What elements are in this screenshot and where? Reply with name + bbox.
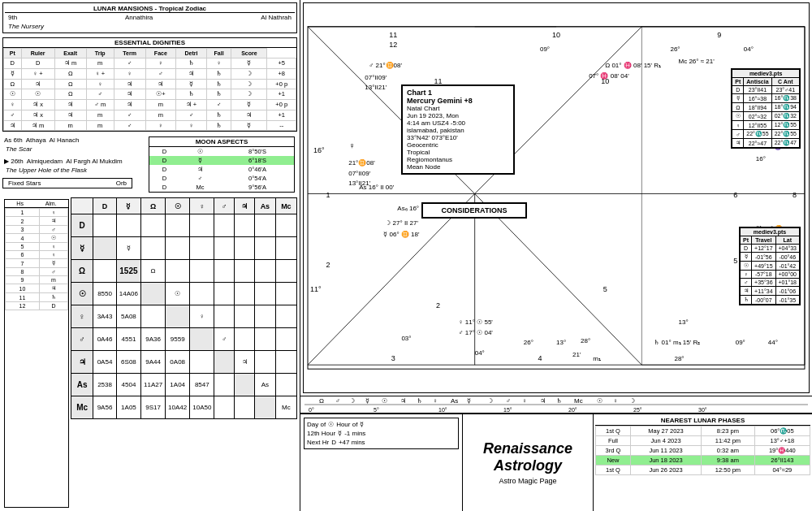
ed-cell: m [86,110,114,120]
grid-cell [214,214,235,237]
fs-ma-section: As 6th Athaya Al Hanach The Scar ▶ 26th … [2,135,297,194]
svg-text:16°: 16° [756,155,766,162]
grid-header: ☉ [166,198,190,214]
ed-cell: ♃ [145,79,176,89]
grid-cell [275,328,296,351]
np-cell: Jun 4 2023 [630,436,701,446]
hour-label: Hour of [336,421,357,428]
ed-cell: ♂ [114,110,145,120]
np-cell: 04°≈29 [754,466,810,475]
grid-header: ♀ [190,198,214,214]
fixed-stars-orb: Orb [116,180,127,187]
ht-cell: 4 [6,234,40,243]
ed-cell: m [54,120,86,131]
grid-cell [190,283,214,305]
ht-hs: Hs [16,201,24,206]
svg-text:♂ 17° ☉ 04': ♂ 17° ☉ 04' [459,329,494,336]
np-cell: New [596,456,631,466]
ninth-name1: Annathira [125,14,153,21]
ed-cell: ♃ [114,100,145,110]
grid-cell: 4504 [116,374,140,396]
timeline-svg: 0° 5° 10° 15° 20° 25° 30° Ω ♂ ☽ ☿ ☉ ♃ ♄ … [304,396,808,414]
ed-cell: ♂ [114,120,145,131]
mediev-right-cell: 22°≈47 [744,139,771,148]
grid-cell [235,260,255,283]
ed-cell: ♄ [206,110,231,120]
chart-coords: 33°N42' 073°E10' [407,134,509,141]
ed-cell: m [145,100,176,110]
grid-cell [190,237,214,260]
ma-title: MOON ASPECTS [149,137,294,147]
timeline-strip: 0° 5° 10° 15° 20° 25° 30° Ω ♂ ☽ ☿ ☉ ♃ ♄ … [300,396,812,414]
np-cell: Jun 11 2023 [630,446,701,456]
grid-cell: 9A36 [141,328,166,351]
svg-text:3: 3 [391,354,395,362]
grid-cell: 11A27 [141,374,166,396]
ed-cell: ♃ [54,100,86,110]
mediev-table-right: mediev3.pts Pt Antiscia C Ant D23°II4123… [731,68,801,149]
ed-cell: ♂ [4,110,22,120]
chart-subtitle: Mercury Gemini +8 [407,97,509,105]
ma-table: D☉8°50'SD☿6°18'SD♃0°46'AD♂0°54'ADMc9°56'… [149,147,294,192]
grid-cell: ☿ [71,237,93,260]
ed-header-term: Term [114,49,145,58]
ed-header-exalt: Exalt [54,49,86,58]
ht-cell: ♂ [39,226,67,234]
ma-cell: 6°18'S [221,156,294,165]
np-cell: 19°♓440 [754,446,810,456]
mediev-bottom-cell: -01°35 [775,296,799,305]
ed-cell: +1 [267,110,296,120]
grid-cell [255,260,276,283]
grid-cell [255,396,276,419]
last-hr-val: -1 mins [344,430,365,437]
ed-table: Pt Ruler Exalt Trip Term Face Detri Fall… [3,48,296,131]
grid-header: ♂ [214,198,235,214]
grid-cell: As [71,374,93,396]
mediev-bottom-cell: +01°18 [775,279,799,287]
ed-cell: ☿ [4,68,22,79]
ht-title: Hs Alm. [5,200,68,208]
ed-cell: -- [267,120,296,131]
grid-cell [166,214,190,237]
grid-cell: 2538 [93,374,117,396]
mediev-right-cell: 23°♂41 [771,86,799,94]
svg-text:♃: ♃ [400,397,406,405]
mediev-right-title: mediev3.pts [732,70,800,78]
np-cell: 12:50 pm [702,466,754,475]
ed-cell: ☽ [231,79,267,89]
mediev-right-cell: ♃ [732,139,744,148]
ht-cell: ♃ [39,217,67,226]
svg-text:13°: 13° [678,318,688,326]
grid-cell [235,283,255,305]
np-cell: 1st Q [596,427,631,436]
ed-cell: Ω [54,89,86,100]
mediev-table-bottom: mediev3.pts Pt Travel Lat D+12°17+04°33☿… [739,227,801,305]
grid-cell [214,283,235,305]
ed-header-fall: Fall [206,49,231,58]
svg-text:Mc 26° ≈ 21': Mc 26° ≈ 21' [678,58,715,65]
grid-cell [255,237,276,260]
right-panel: 10 11 9 09° Ω 01° ♓ 08' 15' R₁ 07° ♓ 08'… [300,0,812,511]
ed-cell: +0 p [267,100,296,110]
lunar-mansions-box: LUNAR MANSIONS - Tropical Zodiac 9th Ann… [2,2,297,33]
svg-text:28°: 28° [674,355,684,362]
ht-cell: 1 [6,209,40,217]
fs-label-6th: As 6th [4,136,23,144]
ed-cell: ♃ [114,79,145,89]
svg-text:2: 2 [436,301,440,310]
ed-cell: ♂ [114,58,145,69]
svg-text:04°: 04° [744,45,754,53]
next-hr-label: Next Hr [307,439,329,446]
mediev-bottom-cell: ♃ [741,287,752,296]
ed-cell: D [4,58,22,69]
grid-cell: 1A04 [166,374,190,396]
grid-cell [255,283,276,305]
ed-cell: ♀ [176,120,207,131]
ed-cell: ♃ m [54,58,86,69]
renaissance-line3: Astro Magic Page [499,477,556,485]
grid-cell [214,374,235,396]
ma-cell: D [149,147,179,156]
grid-cell: Mc [71,396,93,419]
mediev-bottom-h-pt: Pt [741,236,752,245]
np-table: 1st QMay 27 20238:23 pm06°♏05FullJun 4 2… [595,426,810,475]
